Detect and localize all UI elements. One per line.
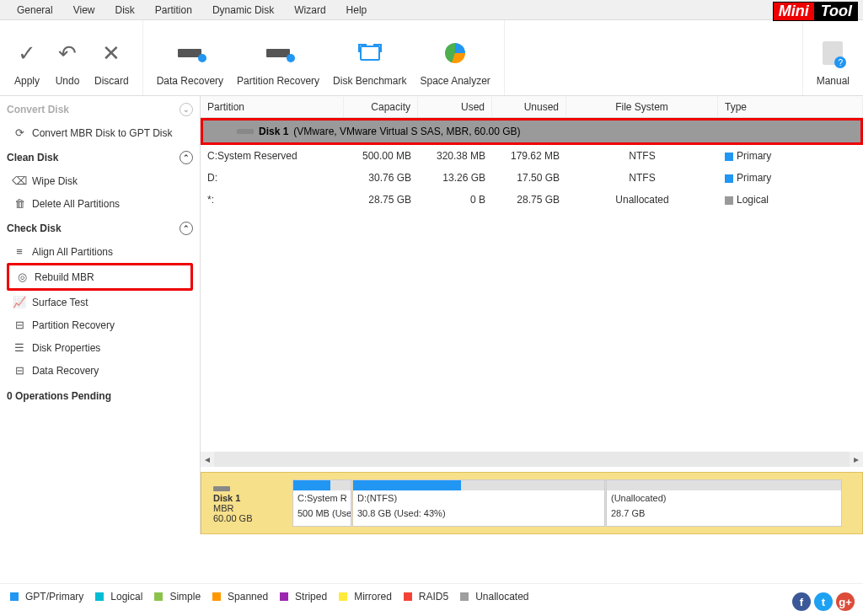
disk-row[interactable]: Disk 1 (VMware, VMware Virtual S SAS, MB… [201,118,863,145]
partition-fs: NTFS [566,150,718,162]
apply-button[interactable]: ✓ Apply [7,25,47,90]
partition-unused: 17.50 GB [492,172,566,184]
sidebar-item-wipe[interactable]: ⌫ Wipe Disk [7,169,193,192]
manual-icon [823,36,843,70]
disk-map-partition[interactable]: (Unallocated) 28.7 GB [606,479,842,527]
sidebar-item-data-recovery[interactable]: ⊟ Data Recovery [7,359,193,382]
sidebar-item-disk-properties[interactable]: ☰ Disk Properties [7,336,193,359]
align-all-label: Align All Partitions [32,246,113,258]
target-icon: ◎ [14,271,29,283]
legend-label: Mirrored [354,591,392,603]
data-recovery-label: Data Recovery [32,365,99,377]
horizontal-scrollbar[interactable]: ◂ ▸ [201,452,863,467]
disk-map-partition[interactable]: D:(NTFS) 30.8 GB (Used: 43%) [352,479,605,527]
data-recovery-button[interactable]: Data Recovery [150,25,230,90]
partition-type: Primary [718,172,863,184]
col-partition[interactable]: Partition [201,97,344,117]
check-icon: ✓ [18,36,36,70]
logo: Mini Tool [773,2,858,21]
convert-icon: ⟳ [12,126,27,139]
disk-map: Disk 1 MBR 60.00 GB C:System R 500 MB (U… [201,472,863,534]
partition-row[interactable]: *: 28.75 GB 0 B 28.75 GB Unallocated Log… [201,189,863,211]
disk-icon [237,129,254,134]
scroll-right-icon[interactable]: ▸ [850,453,863,465]
partition-recovery-icon [266,36,290,70]
undo-icon: ↶ [58,36,77,70]
operations-pending: 0 Operations Pending [7,382,193,410]
map-part-sub: 30.8 GB (Used: 43%) [353,506,604,521]
sidebar-item-rebuild-mbr[interactable]: ◎ Rebuild MBR [7,263,193,291]
twitter-icon[interactable]: t [814,592,833,611]
sidebar: Convert Disk ⌄ ⟳ Convert MBR Disk to GPT… [0,96,201,534]
menu-general[interactable]: General [7,2,63,19]
partition-recovery-button[interactable]: Partition Recovery [230,25,326,90]
sidebar-item-partition-recovery[interactable]: ⊟ Partition Recovery [7,313,193,336]
col-capacity[interactable]: Capacity [344,97,418,117]
col-filesystem[interactable]: File System [566,97,718,117]
facebook-icon[interactable]: f [792,592,811,611]
space-analyzer-button[interactable]: Space Analyzer [413,25,496,90]
menu-disk[interactable]: Disk [105,2,145,19]
col-used[interactable]: Used [418,97,492,117]
chevron-down-icon[interactable]: ⌄ [180,103,193,116]
col-unused[interactable]: Unused [492,97,566,117]
convert-mbr-label: Convert MBR Disk to GPT Disk [32,127,172,139]
apply-label: Apply [14,75,40,87]
sidebar-item-align[interactable]: ≡ Align All Partitions [7,240,193,263]
disk-details: (VMware, VMware Virtual S SAS, MBR, 60.0… [293,126,520,137]
partition-name: D: [201,172,344,184]
disk-map-partition[interactable]: C:System R 500 MB (Used [292,479,351,527]
disk-icon: ⊟ [12,319,27,331]
sidebar-item-delete-all[interactable]: 🗑 Delete All Partitions [7,192,193,215]
type-color-icon [725,196,733,205]
check-disk-label: Check Disk [7,222,62,234]
legend-color-icon [154,592,163,601]
discard-button[interactable]: ✕ Discard [88,25,136,90]
googleplus-icon[interactable]: g+ [836,592,855,611]
menu-wizard[interactable]: Wizard [284,2,335,19]
scroll-left-icon[interactable]: ◂ [201,453,214,465]
chevron-up-icon[interactable]: ⌃ [180,222,193,235]
manual-button[interactable]: Manual [810,25,856,90]
menu-help[interactable]: Help [336,2,378,19]
partition-recovery-label: Partition Recovery [32,319,115,331]
legend-color-icon [95,592,104,601]
drive-icon: ⊟ [12,364,27,377]
partition-fs: NTFS [566,172,718,184]
legend-label: GPT/Primary [25,591,83,603]
partition-name: *: [201,194,344,206]
menu-view[interactable]: View [63,2,105,19]
wipe-disk-label: Wipe Disk [32,175,78,187]
sidebar-section-convert: Convert Disk ⌄ [7,96,193,121]
chart-icon: 📈 [12,296,27,308]
sidebar-item-convert-mbr[interactable]: ⟳ Convert MBR Disk to GPT Disk [7,121,193,144]
map-part-label: C:System R [293,490,351,506]
disk-icon [213,486,230,491]
clean-disk-label: Clean Disk [7,152,58,163]
partition-used: 0 B [418,194,492,206]
map-part-label: (Unallocated) [607,490,841,506]
trash-icon: 🗑 [12,197,27,210]
col-type[interactable]: Type [718,97,863,117]
align-icon: ≡ [12,245,27,258]
disk-properties-label: Disk Properties [32,342,100,354]
undo-button[interactable]: ↶ Undo [47,25,88,90]
partition-row[interactable]: D: 30.76 GB 13.26 GB 17.50 GB NTFS Prima… [201,167,863,189]
disk-recovery-icon [178,36,201,70]
sidebar-item-surface-test[interactable]: 📈 Surface Test [7,291,193,313]
social-links: f t g+ [792,592,855,611]
partition-type: Primary [718,150,863,162]
sidebar-section-check: Check Disk ⌃ [7,215,193,240]
legend-color-icon [280,592,288,601]
map-part-sub: 28.7 GB [607,506,841,521]
menu-dynamic-disk[interactable]: Dynamic Disk [202,2,284,19]
menu-partition[interactable]: Partition [145,2,202,19]
delete-all-label: Delete All Partitions [32,198,120,210]
partition-type: Logical [718,194,863,206]
disk-benchmark-button[interactable]: Disk Benchmark [326,25,413,90]
undo-label: Undo [56,75,80,87]
chevron-up-icon[interactable]: ⌃ [180,151,193,164]
legend-label: Striped [295,591,327,603]
partition-row[interactable]: C:System Reserved 500.00 MB 320.38 MB 17… [201,145,863,167]
close-icon: ✕ [102,36,121,70]
